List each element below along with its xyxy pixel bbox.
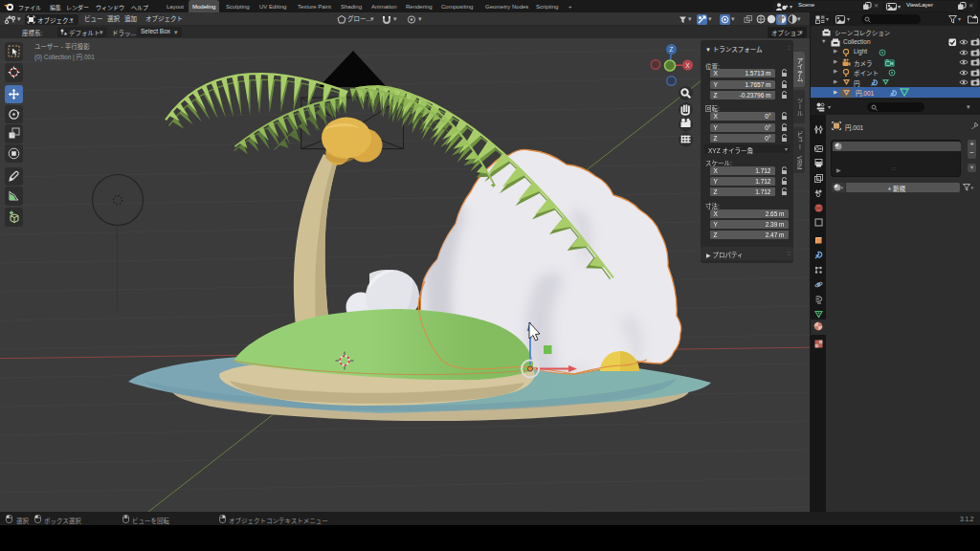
svg-text:Z: Z xyxy=(670,46,674,53)
svg-text:X: X xyxy=(685,62,690,69)
